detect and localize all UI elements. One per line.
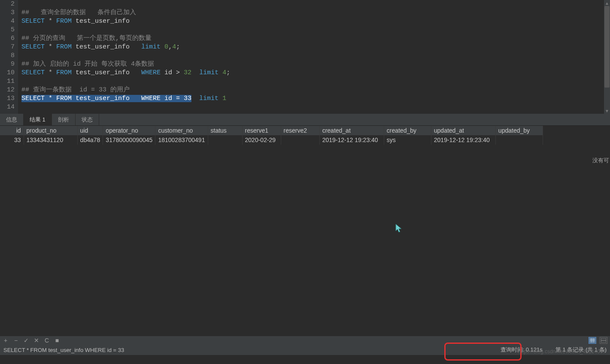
cell[interactable] — [495, 135, 543, 145]
line-number: 3 — [0, 9, 15, 17]
line-number: 9 — [0, 60, 15, 69]
line-number: 5 — [0, 26, 15, 34]
editor-code-area[interactable]: ## 查询全部的数据 条件自己加入SELECT * FROM test_user… — [18, 0, 610, 114]
status-record-info: 第 1 条记录 (共 1 条) — [555, 346, 607, 354]
code-line[interactable]: SELECT * FROM test_user_info WHERE id > … — [21, 69, 610, 77]
code-line[interactable] — [21, 0, 610, 9]
column-header-id[interactable]: id — [0, 126, 24, 135]
column-header-reserve2[interactable]: reserve2 — [281, 126, 319, 135]
column-header-created_at[interactable]: created_at — [319, 126, 384, 135]
code-line[interactable]: SELECT * FROM test_user_info limit 0,4; — [21, 43, 610, 52]
table-header-row: idproduct_nouidoperator_nocustomer_nosta… — [0, 126, 543, 135]
cell[interactable]: 33 — [0, 135, 24, 145]
scroll-down-icon[interactable]: ▼ — [604, 108, 610, 114]
code-line[interactable]: ## 加入 启始的 id 开始 每次获取 4条数据 — [21, 60, 610, 69]
cell[interactable]: 18100283700491 — [155, 135, 208, 145]
code-line[interactable] — [21, 103, 610, 112]
cell[interactable] — [281, 135, 319, 145]
code-line[interactable] — [21, 52, 610, 60]
line-number: 13 — [0, 94, 15, 103]
status-sql-text: SELECT * FROM test_user_info WHERE id = … — [3, 347, 124, 353]
cell[interactable]: 31780000090045 — [103, 135, 155, 145]
cell[interactable]: 2019-12-12 19:23:40 — [431, 135, 495, 145]
column-header-updated_at[interactable]: updated_at — [431, 126, 495, 135]
code-line[interactable]: ## 查询全部的数据 条件自己加入 — [21, 9, 610, 17]
line-number: 7 — [0, 43, 15, 52]
editor-gutter: 234567891011121314 — [0, 0, 18, 114]
tab-信息[interactable]: 信息 — [0, 114, 24, 125]
column-header-status[interactable]: status — [208, 126, 242, 135]
column-header-operator_no[interactable]: operator_no — [103, 126, 155, 135]
column-header-created_by[interactable]: created_by — [384, 126, 431, 135]
column-header-product_no[interactable]: product_no — [24, 126, 77, 135]
results-table[interactable]: idproduct_nouidoperator_nocustomer_nosta… — [0, 126, 543, 145]
table-row[interactable]: 3313343431120db4a78317800000900451810028… — [0, 135, 543, 145]
column-header-customer_no[interactable]: customer_no — [155, 126, 208, 135]
code-line[interactable]: SELECT * FROM test_user_info WHERE id = … — [21, 94, 610, 103]
line-number: 2 — [0, 0, 15, 9]
results-toolbar: + − ✓ ✕ C ■ — [0, 336, 610, 345]
line-number: 8 — [0, 52, 15, 60]
tab-状态[interactable]: 状态 — [76, 114, 99, 125]
cell[interactable]: sys — [384, 135, 431, 145]
code-line[interactable]: ## 查询一条数据 id = 33 的用户 — [21, 86, 610, 94]
result-tabs: 信息结果 1剖析状态 — [0, 114, 610, 126]
column-header-updated_by[interactable]: updated_by — [495, 126, 543, 135]
status-query-time: 查询时间: 0.121s — [501, 346, 543, 354]
code-line[interactable]: ## 分页的查询 第一个是页数,每页的数量 — [21, 34, 610, 43]
cell[interactable]: 2020-02-29 — [242, 135, 281, 145]
cell[interactable]: db4a78 — [77, 135, 103, 145]
tab-结果 1[interactable]: 结果 1 — [24, 114, 52, 125]
code-line[interactable] — [21, 26, 610, 34]
code-line[interactable]: SELECT * FROM test_user_info — [21, 17, 610, 26]
cell[interactable]: 13343431120 — [24, 135, 77, 145]
stop-button[interactable]: ■ — [54, 337, 60, 344]
sql-editor[interactable]: 234567891011121314 ## 查询全部的数据 条件自己加入SELE… — [0, 0, 610, 114]
line-number: 4 — [0, 17, 15, 26]
line-number: 11 — [0, 77, 15, 86]
status-bar: SELECT * FROM test_user_info WHERE id = … — [0, 345, 610, 355]
line-number: 6 — [0, 34, 15, 43]
line-number: 14 — [0, 103, 15, 112]
add-row-button[interactable]: + — [3, 337, 9, 344]
results-side-text: 没有可 — [592, 157, 609, 164]
refresh-button[interactable]: C — [44, 337, 50, 344]
results-panel: idproduct_nouidoperator_nocustomer_nosta… — [0, 126, 610, 336]
cancel-button[interactable]: ✕ — [33, 337, 39, 344]
scroll-thumb[interactable] — [604, 6, 610, 88]
apply-button[interactable]: ✓ — [23, 337, 29, 344]
cell[interactable]: 2019-12-12 19:23:40 — [319, 135, 384, 145]
scroll-up-icon[interactable]: ▲ — [604, 0, 610, 6]
line-number: 12 — [0, 86, 15, 94]
column-header-uid[interactable]: uid — [77, 126, 103, 135]
editor-scrollbar[interactable]: ▲ ▼ — [604, 0, 610, 114]
grid-view-icon[interactable] — [589, 337, 596, 344]
code-line[interactable] — [21, 77, 610, 86]
line-number: 10 — [0, 69, 15, 77]
remove-row-button[interactable]: − — [13, 337, 19, 344]
cell[interactable] — [208, 135, 242, 145]
tab-剖析[interactable]: 剖析 — [52, 114, 76, 125]
column-header-reserve1[interactable]: reserve1 — [242, 126, 281, 135]
form-view-icon[interactable] — [600, 337, 607, 344]
svg-rect-0 — [590, 338, 595, 343]
